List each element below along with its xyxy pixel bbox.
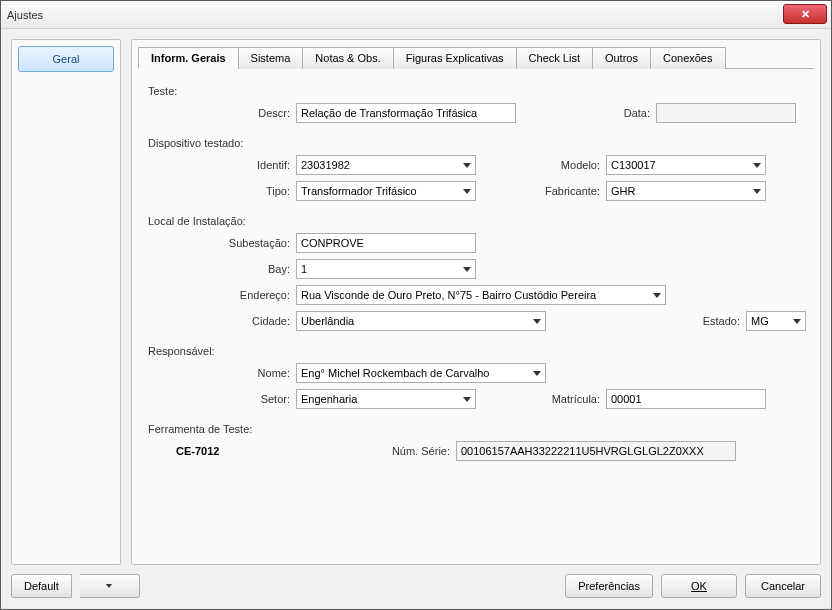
num-serie-input: 00106157AAH33222211U5HVRGLGLGL2Z0XXX [456, 441, 736, 461]
field-value: Engenharia [301, 393, 357, 405]
cancel-button[interactable]: Cancelar [745, 574, 821, 598]
field-value: Rua Visconde de Ouro Preto, N°75 - Bairr… [301, 289, 596, 301]
tab-bar: Inform. Gerais Sistema Notas & Obs. Figu… [138, 46, 814, 69]
field-value: C130017 [611, 159, 656, 171]
field-value: MG [751, 315, 769, 327]
section-teste: Teste: [148, 85, 806, 97]
sidebar-item-geral[interactable]: Geral [18, 46, 114, 72]
label-cidade: Cidade: [146, 315, 296, 327]
data-input [656, 103, 796, 123]
nome-combo[interactable]: Eng° Michel Rockembach de Carvalho [296, 363, 546, 383]
tab-label: Inform. Gerais [151, 52, 226, 64]
label-data: Data: [516, 107, 656, 119]
tab-label: Figuras Explicativas [406, 52, 504, 64]
close-icon: ✕ [801, 8, 810, 21]
label-matricula: Matrícula: [476, 393, 606, 405]
tab-inform-gerais[interactable]: Inform. Gerais [138, 47, 239, 69]
ok-button[interactable]: OK [661, 574, 737, 598]
button-label: Preferências [578, 580, 640, 592]
label-fabricante: Fabricante: [476, 185, 606, 197]
window-body: Geral Inform. Gerais Sistema Notas & Obs… [1, 29, 831, 609]
section-local: Local de Instalação: [148, 215, 806, 227]
modelo-combo[interactable]: C130017 [606, 155, 766, 175]
main-panel: Inform. Gerais Sistema Notas & Obs. Figu… [131, 39, 821, 565]
field-value: 00001 [611, 393, 642, 405]
tab-label: Notas & Obs. [315, 52, 380, 64]
field-value: Transformador Trifásico [301, 185, 417, 197]
setor-combo[interactable]: Engenharia [296, 389, 476, 409]
fabricante-combo[interactable]: GHR [606, 181, 766, 201]
field-value: 1 [301, 263, 307, 275]
identif-combo[interactable]: 23031982 [296, 155, 476, 175]
button-label: OK [691, 580, 707, 592]
section-responsavel: Responsável: [148, 345, 806, 357]
field-value: Eng° Michel Rockembach de Carvalho [301, 367, 489, 379]
label-endereco: Endereço: [146, 289, 296, 301]
label-tipo: Tipo: [146, 185, 296, 197]
matricula-input[interactable]: 00001 [606, 389, 766, 409]
tabpage-inform-gerais: Teste: Descr: Relação de Transformação T… [138, 69, 814, 557]
section-ferramenta: Ferramenta de Teste: [148, 423, 806, 435]
label-setor: Setor: [146, 393, 296, 405]
field-value: 23031982 [301, 159, 350, 171]
field-value: GHR [611, 185, 635, 197]
default-button-group: Default [11, 574, 140, 598]
footer: Default Preferências OK Cancelar [11, 571, 821, 601]
descr-input[interactable]: Relação de Transformação Trifásica [296, 103, 516, 123]
estado-combo[interactable]: MG [746, 311, 806, 331]
tab-conexoes[interactable]: Conexões [650, 47, 726, 69]
default-dropdown[interactable] [80, 574, 140, 598]
label-descr: Descr: [146, 107, 296, 119]
close-button[interactable]: ✕ [783, 4, 827, 24]
ferramenta-modelo: CE-7012 [176, 445, 296, 457]
label-modelo: Modelo: [476, 159, 606, 171]
tab-label: Conexões [663, 52, 713, 64]
section-dispositivo: Dispositivo testado: [148, 137, 806, 149]
button-label: Default [24, 580, 59, 592]
label-num-serie: Núm. Série: [296, 445, 456, 457]
field-value: CONPROVE [301, 237, 364, 249]
bay-combo[interactable]: 1 [296, 259, 476, 279]
button-label: Cancelar [761, 580, 805, 592]
tab-notas-obs[interactable]: Notas & Obs. [302, 47, 393, 69]
subestacao-input[interactable]: CONPROVE [296, 233, 476, 253]
label-bay: Bay: [146, 263, 296, 275]
default-button[interactable]: Default [11, 574, 72, 598]
field-value: 00106157AAH33222211U5HVRGLGLGL2Z0XXX [461, 445, 704, 457]
tab-figuras[interactable]: Figuras Explicativas [393, 47, 517, 69]
sidebar-item-label: Geral [53, 53, 80, 65]
tab-label: Sistema [251, 52, 291, 64]
field-value: Relação de Transformação Trifásica [301, 107, 477, 119]
label-identif: Identif: [146, 159, 296, 171]
tab-checklist[interactable]: Check List [516, 47, 593, 69]
titlebar: Ajustes ✕ [1, 1, 831, 29]
label-nome: Nome: [146, 367, 296, 379]
tab-outros[interactable]: Outros [592, 47, 651, 69]
tab-label: Check List [529, 52, 580, 64]
tipo-combo[interactable]: Transformador Trifásico [296, 181, 476, 201]
sidebar: Geral [11, 39, 121, 565]
label-estado: Estado: [546, 315, 746, 327]
tab-sistema[interactable]: Sistema [238, 47, 304, 69]
preferencias-button[interactable]: Preferências [565, 574, 653, 598]
window-title: Ajustes [7, 9, 43, 21]
label-subestacao: Subestação: [146, 237, 296, 249]
endereco-combo[interactable]: Rua Visconde de Ouro Preto, N°75 - Bairr… [296, 285, 666, 305]
window: Ajustes ✕ Geral Inform. Gerais Sistema N… [0, 0, 832, 610]
cidade-combo[interactable]: Uberlândia [296, 311, 546, 331]
field-value: Uberlândia [301, 315, 354, 327]
tab-label: Outros [605, 52, 638, 64]
